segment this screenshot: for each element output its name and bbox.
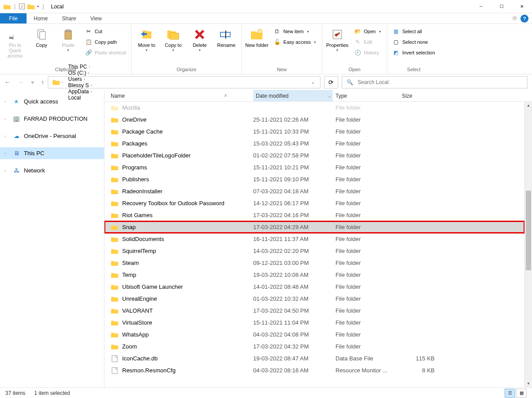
- file-row[interactable]: Programs15-11-2021 10:21 PMFile folder: [104, 161, 524, 173]
- breadcrumb-segment[interactable]: Blessy S›: [66, 82, 95, 88]
- file-row[interactable]: Riot Games17-03-2022 04:16 PMFile folder: [104, 209, 524, 221]
- scroll-up-button[interactable]: ▲: [525, 102, 532, 109]
- details-view-button[interactable]: ☰: [505, 389, 515, 398]
- file-row[interactable]: Publishers15-11-2021 09:10 PMFile folder: [104, 173, 524, 185]
- edit-button[interactable]: ✎Edit: [351, 37, 384, 47]
- file-name: Steam: [122, 260, 139, 266]
- scroll-track[interactable]: [525, 109, 532, 380]
- address-dropdown-icon[interactable]: ⌄: [308, 80, 318, 84]
- file-row[interactable]: VALORANT17-03-2022 04:50 PMFile folder: [104, 305, 524, 317]
- file-row[interactable]: Packages15-03-2022 05:43 PMFile folder: [104, 138, 524, 149]
- open-button[interactable]: 📂Open ▼: [351, 27, 384, 36]
- file-row[interactable]: Resmon.ResmonCfg04-03-2022 08:16 AMResou…: [104, 364, 524, 376]
- properties-icon: [330, 27, 344, 42]
- paste-shortcut-button[interactable]: 🔗Paste shortcut: [82, 48, 128, 57]
- refresh-button[interactable]: ⟳: [324, 76, 338, 88]
- paste-button[interactable]: Paste ▼: [56, 25, 81, 52]
- new-folder-button[interactable]: New folder: [244, 25, 269, 48]
- file-row-partial[interactable]: MozillaFile folder: [104, 102, 524, 114]
- minimize-button[interactable]: ─: [471, 0, 491, 13]
- properties-button[interactable]: Properties▼: [325, 25, 350, 52]
- file-row[interactable]: WhatsApp04-03-2022 04:08 PMFile folder: [104, 329, 524, 341]
- file-row[interactable]: VirtualStore15-11-2021 11:04 PMFile fold…: [104, 317, 524, 329]
- file-row[interactable]: PlaceholderTileLogoFolder01-02-2022 07:5…: [104, 149, 524, 161]
- qat-checkbox-icon[interactable]: ✓: [19, 4, 25, 9]
- label: This PC: [24, 150, 44, 157]
- file-row[interactable]: OneDrive25-11-2021 02:26 AMFile folder: [104, 114, 524, 126]
- select-all-button[interactable]: ▦Select all: [390, 27, 438, 36]
- address-bar[interactable]: › This PC›OS (C:)›Users›Blessy S›AppData…: [48, 76, 320, 88]
- col-header-name[interactable]: Nameᐱ: [111, 93, 253, 99]
- collapse-ribbon-icon[interactable]: ⓥ: [513, 15, 517, 22]
- copy-path-button[interactable]: 📋Copy path: [82, 37, 128, 47]
- forward-button[interactable]: →: [18, 79, 24, 86]
- copy-to-button[interactable]: Copy to▼: [161, 25, 185, 52]
- back-button[interactable]: ←: [4, 79, 11, 86]
- file-row[interactable]: Recovery Toolbox for Outlook Password14-…: [104, 197, 524, 209]
- col-header-type[interactable]: Type: [333, 93, 399, 99]
- col-header-size[interactable]: Size: [399, 93, 452, 99]
- easy-access-button[interactable]: 🔓Easy access ▼: [271, 37, 319, 47]
- tab-share[interactable]: Share: [55, 13, 83, 23]
- svg-rect-8: [112, 356, 117, 362]
- invert-selection-button[interactable]: ◩Invert selection: [390, 48, 438, 57]
- scroll-thumb[interactable]: [526, 191, 531, 270]
- search-input[interactable]: [358, 79, 523, 85]
- label: Copy to: [165, 42, 181, 48]
- status-selection-count: 1 item selected: [34, 390, 70, 396]
- file-row[interactable]: Steam09-12-2021 03:00 PMFile folder: [104, 257, 524, 269]
- file-row[interactable]: Snap17-03-2022 04:29 AMFile folder: [104, 221, 524, 233]
- rename-button[interactable]: Rename: [214, 25, 239, 48]
- chevron-down-icon[interactable]: ⌄: [328, 94, 331, 98]
- file-row[interactable]: Package Cache15-11-2021 10:33 PMFile fol…: [104, 126, 524, 138]
- help-icon[interactable]: ?: [520, 15, 528, 23]
- col-header-date[interactable]: Date modified⌄: [253, 90, 333, 101]
- label: Invert selection: [402, 50, 435, 55]
- file-row[interactable]: SquirrelTemp14-03-2022 02:20 PMFile fold…: [104, 245, 524, 257]
- select-none-button[interactable]: ▢Select none: [390, 37, 438, 47]
- file-row[interactable]: Ubisoft Game Launcher14-01-2022 08:48 AM…: [104, 281, 524, 293]
- scroll-down-button[interactable]: ▼: [525, 380, 532, 387]
- label: Open: [364, 29, 376, 34]
- file-row[interactable]: UnrealEngine01-03-2022 10:32 AMFile fold…: [104, 293, 524, 305]
- breadcrumb-segment[interactable]: OS (C:)›: [66, 70, 95, 76]
- tab-home[interactable]: Home: [27, 13, 55, 23]
- nav-this-pc[interactable]: ›🖥This PC: [0, 147, 104, 159]
- qat-dropdown-icon[interactable]: ▾: [37, 4, 39, 8]
- pin-to-quick-access-button[interactable]: Pin to Quick access: [3, 25, 27, 58]
- search-box[interactable]: 🔍: [342, 76, 528, 88]
- breadcrumb-segment[interactable]: Users›: [66, 76, 95, 82]
- vertical-scrollbar[interactable]: ▲ ▼: [524, 102, 532, 387]
- nav-quick-access[interactable]: ›★Quick access: [0, 96, 104, 107]
- navigation-row: ← → ▾ ↑ › This PC›OS (C:)›Users›Blessy S…: [0, 74, 532, 90]
- label: New folder: [245, 42, 269, 48]
- copy-button[interactable]: Copy: [29, 25, 54, 48]
- file-size: 8 KB: [399, 367, 452, 374]
- file-list[interactable]: MozillaFile folder OneDrive25-11-2021 02…: [104, 102, 524, 387]
- nav-onedrive[interactable]: ›☁OneDrive - Personal: [0, 130, 104, 142]
- tab-view[interactable]: View: [83, 13, 109, 23]
- breadcrumb-segment[interactable]: This PC›: [66, 64, 95, 70]
- up-button[interactable]: ↑: [41, 79, 44, 86]
- file-row[interactable]: RadeonInstaller07-03-2022 04:18 AMFile f…: [104, 185, 524, 197]
- delete-button[interactable]: Delete▼: [187, 25, 212, 52]
- file-row[interactable]: Temp19-03-2022 10:08 AMFile folder: [104, 269, 524, 281]
- maximize-button[interactable]: ☐: [491, 0, 512, 13]
- nav-network[interactable]: ›🖧Network: [0, 165, 104, 176]
- file-row[interactable]: IconCache.db19-03-2022 08:47 AMData Base…: [104, 352, 524, 364]
- tab-file[interactable]: File: [0, 13, 27, 23]
- cut-button[interactable]: ✂Cut: [82, 27, 128, 36]
- recent-locations-button[interactable]: ▾: [31, 79, 34, 86]
- new-item-button[interactable]: 🗋New item ▼: [271, 27, 319, 36]
- group-label: Organize: [134, 65, 239, 74]
- thumbnails-view-button[interactable]: ▦: [516, 389, 527, 398]
- file-row[interactable]: SolidDocuments16-11-2021 11:37 AMFile fo…: [104, 233, 524, 245]
- label: Select none: [402, 39, 428, 45]
- file-row[interactable]: Zoom17-03-2022 04:32 PMFile folder: [104, 341, 524, 352]
- copypath-icon: 📋: [85, 38, 92, 46]
- nav-farrad[interactable]: ›🏢FARRAD PRODUCTION: [0, 113, 104, 125]
- move-to-button[interactable]: Move to▼: [134, 25, 159, 52]
- history-button[interactable]: 🕘History: [351, 48, 384, 57]
- moveto-icon: [139, 27, 154, 42]
- close-button[interactable]: ✕: [512, 0, 532, 13]
